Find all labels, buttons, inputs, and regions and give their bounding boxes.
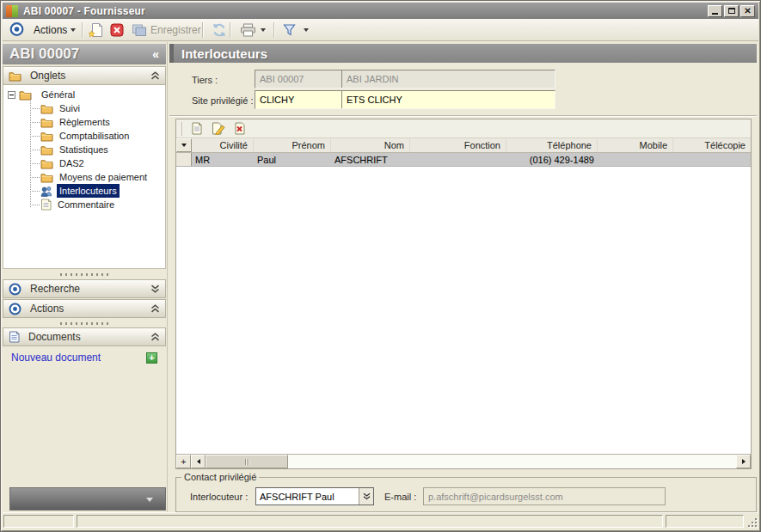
scroll-right-button[interactable] <box>736 455 751 468</box>
tree-connector <box>30 95 31 207</box>
tiers-field-group: ABI 00007 ABI JARDIN <box>255 70 555 89</box>
column-header-telecopie[interactable]: Télécopie <box>673 138 751 152</box>
tree-item-label: DAS2 <box>57 156 87 170</box>
section-onglets[interactable]: Onglets <box>3 66 166 85</box>
site-code-field[interactable]: CLICHY <box>255 91 342 108</box>
main-toolbar: Actions Enregistrer <box>3 19 758 41</box>
interlocuteur-label: Interlocuteur : <box>190 492 248 502</box>
column-header-mobile[interactable]: Mobile <box>598 138 673 152</box>
chevron-down-icon <box>261 28 266 32</box>
column-header-civilite[interactable]: Civilité <box>192 138 254 152</box>
cell-telecopie <box>673 153 751 166</box>
tabs-tree-panel: Général Suivi Règlements Comptabilisatio… <box>3 85 166 269</box>
splitter-handle[interactable] <box>169 44 174 63</box>
scrollbar-track[interactable] <box>288 455 736 468</box>
filter-funnel-icon <box>283 23 296 36</box>
tree-item-das2[interactable]: DAS2 <box>3 156 165 170</box>
table-row[interactable]: MR Paul AFSCHRIFT (016) 429-1489 <box>176 153 751 167</box>
new-document-link[interactable]: Nouveau document <box>11 352 101 364</box>
section-onglets-label: Onglets <box>30 70 65 82</box>
row-selector[interactable] <box>176 153 192 166</box>
new-document-star-icon <box>89 22 104 37</box>
tree-item-reglements[interactable]: Règlements <box>3 115 165 129</box>
folder-icon <box>9 70 21 82</box>
tree-item-commentaire[interactable]: Commentaire <box>3 198 165 211</box>
statusbar <box>3 512 758 529</box>
grid-add-button[interactable] <box>188 121 206 137</box>
grid-edit-button[interactable] <box>210 121 227 137</box>
section-documents[interactable]: Documents <box>3 327 166 346</box>
email-field: p.afschrift@picardsurgelsst.com <box>423 487 666 505</box>
column-header-prenom[interactable]: Prénom <box>254 138 331 152</box>
minimize-button[interactable] <box>708 5 722 17</box>
interlocuteur-combobox[interactable]: AFSCHRIFT Paul <box>255 487 374 505</box>
chevron-down-icon <box>304 28 309 32</box>
tree-item-suivi[interactable]: Suivi <box>3 101 165 115</box>
print-button[interactable] <box>236 21 260 39</box>
section-recherche-label: Recherche <box>30 283 80 295</box>
sidebar: ABI 00007 « Onglets <box>3 42 168 512</box>
cell-nom: AFSCHRIFT <box>331 153 410 166</box>
column-header-nom[interactable]: Nom <box>331 138 410 152</box>
add-document-button[interactable]: + <box>146 352 157 364</box>
scroll-left-button[interactable] <box>191 455 206 468</box>
cell-prenom: Paul <box>254 153 331 166</box>
tree-item-label: Comptabilisation <box>57 129 132 143</box>
interlocuteurs-grid: Civilité Prénom Nom Fonction Téléphone M… <box>175 119 752 469</box>
document-icon <box>9 331 20 343</box>
target-icon <box>9 303 21 315</box>
folder-icon <box>40 131 53 142</box>
scrollbar-thumb[interactable] <box>206 455 288 468</box>
email-label: E-mail : <box>384 492 416 502</box>
grid-selector-header[interactable] <box>176 138 192 152</box>
save-button-label: Enregistrer <box>150 24 201 36</box>
close-button[interactable]: ✕ <box>740 5 755 17</box>
app-icon <box>6 5 18 17</box>
folder-icon <box>40 144 53 156</box>
tree-item-comptabilisation[interactable]: Comptabilisation <box>3 129 165 143</box>
section-recherche[interactable]: Recherche <box>3 279 166 298</box>
target-icon <box>9 21 24 38</box>
actions-menu-button[interactable]: Actions <box>30 22 79 38</box>
tree-item-interlocuteurs[interactable]: Interlocuteurs <box>3 184 165 198</box>
tiers-name-field: ABI JARDIN <box>342 70 555 88</box>
chevron-up-double-icon <box>150 304 160 313</box>
new-record-button[interactable] <box>85 21 107 39</box>
tree-collapse-icon[interactable] <box>8 91 15 99</box>
folder-icon <box>40 103 53 114</box>
collapsed-panel-bar[interactable] <box>9 487 166 511</box>
tree-item-moyens-de-paiement[interactable]: Moyens de paiement <box>3 170 165 184</box>
splitter-handle[interactable] <box>60 273 110 276</box>
resize-grip-icon[interactable] <box>746 517 757 527</box>
maximize-icon <box>728 8 735 14</box>
arrow-left-icon <box>197 459 200 464</box>
add-row-button[interactable]: + <box>176 455 191 468</box>
delete-record-button[interactable] <box>107 21 127 39</box>
folder-icon <box>40 117 53 128</box>
statusbar-panel-right <box>666 515 744 528</box>
chevron-down-icon <box>71 28 76 32</box>
filter-button[interactable] <box>279 21 299 38</box>
filter-dropdown-button[interactable] <box>300 27 312 34</box>
combobox-dropdown-button[interactable] <box>359 488 373 504</box>
refresh-button[interactable] <box>207 21 231 39</box>
page-title: Interlocuteurs <box>181 46 267 61</box>
cell-mobile <box>598 153 673 166</box>
tabs-tree: Général Suivi Règlements Comptabilisatio… <box>3 85 165 211</box>
column-header-telephone[interactable]: Téléphone <box>506 138 598 152</box>
maximize-button[interactable] <box>724 5 739 17</box>
collapse-sidebar-button[interactable]: « <box>152 47 159 61</box>
delete-icon <box>110 23 124 37</box>
section-actions[interactable]: Actions <box>3 299 166 318</box>
cell-civilite: MR <box>192 153 254 166</box>
column-header-fonction[interactable]: Fonction <box>410 138 506 152</box>
grid-delete-button[interactable] <box>231 121 249 137</box>
site-name-field[interactable]: ETS CLICHY <box>342 91 555 108</box>
tree-item-label: Moyens de paiement <box>57 170 150 184</box>
tree-item-statistiques[interactable]: Statistiques <box>3 143 165 156</box>
tree-item-general[interactable]: Général <box>3 88 165 101</box>
save-button[interactable]: Enregistrer <box>128 21 205 38</box>
print-dropdown-button[interactable] <box>257 27 269 34</box>
splitter-handle[interactable] <box>60 322 110 325</box>
window-title: ABI 00007 - Fournisseur <box>23 5 145 17</box>
